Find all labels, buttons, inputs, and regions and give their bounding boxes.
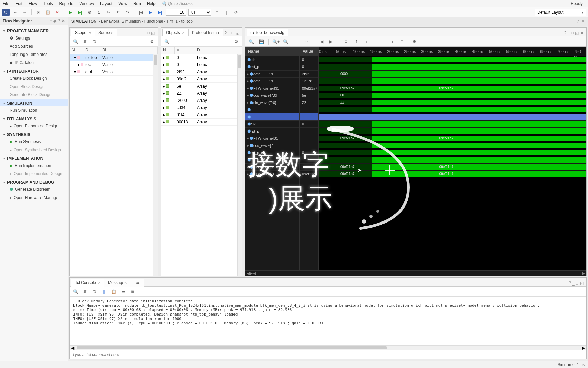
signal-name[interactable]: ▸ ⬢ cos_wave[7 (245, 142, 299, 149)
flownav-section[interactable]: ▾SYNTHESIS (0, 130, 68, 138)
divider-icon[interactable]: ⊓ (398, 38, 405, 45)
zoom-out-icon[interactable]: 🔍- (282, 38, 290, 45)
save-icon[interactable]: 💾 (258, 38, 265, 45)
flownav-section[interactable]: ▾SIMULATION (0, 99, 68, 106)
list-icon[interactable]: ☰ (119, 288, 127, 295)
menu-flow[interactable]: Flow (29, 1, 37, 6)
flownav-item[interactable]: ▶ Run Synthesis (0, 138, 68, 146)
close-icon[interactable]: ✕ (98, 281, 101, 285)
wave-lane[interactable]: 09ef21a709ef21a7 (319, 135, 586, 142)
prev-edge-icon[interactable]: |◀ (317, 38, 325, 45)
run-icon[interactable]: ▶ (67, 9, 74, 16)
signal-name[interactable]: ⬢ (245, 106, 299, 113)
wave-lane[interactable] (319, 106, 586, 113)
ungroup-icon[interactable]: ⊐ (388, 38, 395, 45)
tab-sources[interactable]: Sources (95, 29, 117, 36)
wave-lane[interactable] (319, 63, 586, 71)
flownav-section[interactable]: ▾IMPLEMENTATION (0, 154, 68, 162)
wave-lane[interactable] (319, 56, 586, 63)
search-icon[interactable]: 🔍 (163, 38, 170, 45)
flownav-item[interactable]: ▶ Run Implementation (0, 162, 68, 170)
signal-name[interactable]: ▸ ⬢ FTW car 2[31 (245, 171, 299, 178)
console-hscroll[interactable]: ◀▶ (70, 345, 586, 350)
back-icon[interactable]: ← (12, 9, 19, 16)
gear-icon[interactable]: ⚙ (232, 38, 240, 45)
menu-view[interactable]: View (118, 1, 127, 6)
tab-objects[interactable]: Objects✕ (162, 29, 189, 36)
tab-messages[interactable]: Messages (104, 279, 130, 287)
restore-icon[interactable]: ◱ (575, 31, 579, 35)
signal-name[interactable]: ⬢ rst_p_d1 (245, 149, 299, 156)
expand-icon[interactable]: ⇅ (91, 288, 98, 295)
zoom-in-icon[interactable]: 🔍+ (272, 38, 280, 45)
console-output[interactable]: Block Memory Generator data initializati… (70, 297, 586, 345)
close-icon[interactable]: ✕ (182, 31, 185, 35)
wave-lane[interactable] (319, 142, 586, 149)
close-icon[interactable]: ✕ (581, 19, 585, 24)
sigma-icon[interactable]: Σ (95, 9, 103, 16)
wave-lane[interactable]: 00 (319, 92, 586, 99)
cut-icon[interactable]: ✂ (105, 9, 112, 16)
flownav-item[interactable]: ▸ Open Implemented Design (0, 170, 68, 178)
tab-tcl[interactable]: Tcl Console✕ (71, 279, 104, 287)
app-icon[interactable]: ⬡ (2, 9, 10, 16)
help-icon[interactable]: ? (577, 19, 579, 24)
table-row[interactable]: ▸ 09ef2Array (161, 76, 242, 83)
undo-icon[interactable]: ↶ (114, 9, 122, 16)
time-unit-select[interactable]: us (188, 9, 211, 16)
menu-window[interactable]: Window (79, 1, 94, 6)
signal-name[interactable]: ⬢ rst_p_d2 (245, 156, 299, 164)
search-icon[interactable]: 🔍 (72, 38, 79, 45)
flownav-section[interactable]: ▾RTL ANALYSIS (0, 114, 68, 122)
help-icon[interactable]: ? (58, 19, 60, 24)
close-icon[interactable]: ✕ (88, 31, 91, 35)
search-icon[interactable]: 🔍 (247, 38, 255, 45)
play-for-icon[interactable]: ▶| (156, 9, 164, 16)
wave-lane[interactable] (319, 121, 586, 128)
wave-lane[interactable] (319, 156, 586, 164)
restart-icon[interactable]: |◀ (137, 9, 145, 16)
signal-name[interactable]: ▸ ⬢ data_IF[15:0] (245, 71, 299, 78)
menu-reports[interactable]: Reports (59, 1, 73, 6)
table-row[interactable]: ▾ tb_topVerilo (70, 54, 158, 61)
table-row[interactable]: ▸ 01f4Array (161, 111, 242, 119)
minimize-icon[interactable]: _ (572, 281, 575, 286)
marker3-icon[interactable]: ↨ (363, 38, 370, 45)
expand-icon[interactable]: ⇅ (91, 38, 98, 45)
help-icon[interactable]: ? (224, 31, 227, 35)
play-icon[interactable]: ▶ (147, 9, 154, 16)
table-row[interactable]: ▾ glblVerilo (70, 68, 158, 76)
wave-hscroll[interactable]: ◀▶◀▶ (245, 270, 586, 276)
next-edge-icon[interactable]: ▶| (328, 38, 335, 45)
flownav-item[interactable]: Generate Block Design (0, 91, 68, 99)
redo-icon[interactable]: ↷ (124, 9, 131, 16)
group-icon[interactable]: ⊏ (377, 38, 385, 45)
col-datatype[interactable]: D... (195, 47, 242, 54)
forward-icon[interactable]: → (21, 9, 29, 16)
paste-icon[interactable]: 📋 (44, 9, 51, 16)
signal-name[interactable]: ▸ ⬢ data_IF[15:0] (245, 78, 299, 85)
signal-name[interactable]: ⬢ rst_p (245, 63, 299, 71)
flownav-item[interactable]: Open Block Design (0, 82, 68, 91)
cancel-icon[interactable]: ✕ (53, 9, 61, 16)
col-design[interactable]: D... (83, 47, 100, 54)
menu-edit[interactable]: Edit (15, 1, 22, 6)
layout-select[interactable]: Default Layout (535, 9, 586, 16)
pause-icon[interactable]: ‖ (100, 288, 108, 295)
signal-name[interactable]: ▸ ⬢ cos_wave[7:0] (245, 92, 299, 99)
flownav-item[interactable]: Create Block Design (0, 74, 68, 82)
table-row[interactable]: ▸ 2f92Array (161, 68, 242, 76)
table-row[interactable]: ▸ -2000Array (161, 97, 242, 104)
maximize-icon[interactable]: □ (232, 31, 234, 35)
tcl-input[interactable] (72, 352, 584, 357)
table-row[interactable]: ▸ topVerilo (70, 61, 158, 68)
signal-name[interactable]: ▸ ⬢ FTW_carrier[31 (245, 85, 299, 92)
wave-lane[interactable] (319, 149, 586, 156)
signal-name[interactable]: ⬢ rst_p (245, 128, 299, 135)
flownav-section[interactable]: ▾PROGRAM AND DEBUG (0, 178, 68, 185)
wave-lane[interactable] (319, 78, 586, 85)
restore-icon[interactable]: ◱ (151, 31, 155, 35)
cursor-icon[interactable]: ↔ (303, 38, 310, 45)
gear-icon[interactable]: ⚙ (86, 9, 93, 16)
menu-run[interactable]: Run (133, 1, 141, 6)
